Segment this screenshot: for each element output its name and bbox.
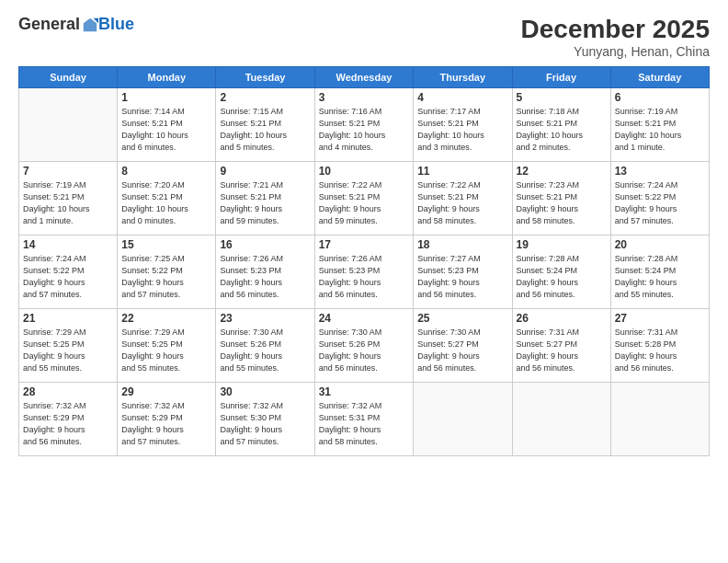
day-info: Sunrise: 7:32 AM Sunset: 5:29 PM Dayligh… [23, 400, 113, 448]
day-info: Sunrise: 7:19 AM Sunset: 5:21 PM Dayligh… [615, 106, 705, 154]
day-number: 26 [517, 312, 607, 325]
calendar-day-cell: 7Sunrise: 7:19 AM Sunset: 5:21 PM Daylig… [19, 162, 118, 236]
month-title: December 2025 [521, 15, 710, 44]
calendar-day-cell: 6Sunrise: 7:19 AM Sunset: 5:21 PM Daylig… [610, 88, 709, 162]
day-number: 31 [319, 385, 409, 398]
logo-blue-text: Blue [98, 15, 134, 34]
calendar-week-row: 14Sunrise: 7:24 AM Sunset: 5:22 PM Dayli… [19, 236, 710, 309]
calendar-week-row: 21Sunrise: 7:29 AM Sunset: 5:25 PM Dayli… [19, 309, 710, 383]
calendar-day-header: Saturday [610, 67, 709, 88]
day-info: Sunrise: 7:20 AM Sunset: 5:21 PM Dayligh… [121, 179, 211, 227]
calendar-day-cell: 20Sunrise: 7:28 AM Sunset: 5:24 PM Dayli… [610, 236, 709, 309]
day-info: Sunrise: 7:25 AM Sunset: 5:22 PM Dayligh… [121, 253, 211, 301]
location: Yunyang, Henan, China [521, 44, 710, 59]
day-number: 4 [417, 91, 507, 104]
calendar-day-cell: 3Sunrise: 7:16 AM Sunset: 5:21 PM Daylig… [314, 88, 413, 162]
day-number: 17 [319, 238, 409, 251]
logo: General Blue [18, 15, 134, 34]
title-area: December 2025 Yunyang, Henan, China [521, 15, 710, 59]
page: General Blue December 2025 Yunyang, Hena… [0, 0, 728, 563]
calendar-day-cell: 18Sunrise: 7:27 AM Sunset: 5:23 PM Dayli… [414, 236, 512, 309]
day-info: Sunrise: 7:24 AM Sunset: 5:22 PM Dayligh… [615, 179, 705, 227]
day-number: 1 [121, 91, 211, 104]
day-info: Sunrise: 7:19 AM Sunset: 5:21 PM Dayligh… [23, 179, 113, 227]
calendar-table: SundayMondayTuesdayWednesdayThursdayFrid… [18, 66, 710, 456]
calendar-day-cell: 1Sunrise: 7:14 AM Sunset: 5:21 PM Daylig… [118, 88, 216, 162]
day-info: Sunrise: 7:17 AM Sunset: 5:21 PM Dayligh… [417, 106, 507, 154]
calendar-week-row: 1Sunrise: 7:14 AM Sunset: 5:21 PM Daylig… [19, 88, 710, 162]
day-number: 8 [121, 165, 211, 178]
day-info: Sunrise: 7:32 AM Sunset: 5:30 PM Dayligh… [220, 400, 310, 448]
day-number: 3 [319, 91, 409, 104]
calendar-day-cell: 8Sunrise: 7:20 AM Sunset: 5:21 PM Daylig… [118, 162, 216, 236]
day-number: 18 [417, 238, 507, 251]
day-number: 27 [615, 312, 705, 325]
calendar-day-cell [512, 383, 610, 456]
calendar-day-cell: 31Sunrise: 7:32 AM Sunset: 5:31 PM Dayli… [314, 383, 413, 456]
day-info: Sunrise: 7:28 AM Sunset: 5:24 PM Dayligh… [517, 253, 607, 301]
calendar-day-cell: 15Sunrise: 7:25 AM Sunset: 5:22 PM Dayli… [118, 236, 216, 309]
calendar-day-cell: 10Sunrise: 7:22 AM Sunset: 5:21 PM Dayli… [314, 162, 413, 236]
day-info: Sunrise: 7:22 AM Sunset: 5:21 PM Dayligh… [319, 179, 409, 227]
calendar-day-cell: 27Sunrise: 7:31 AM Sunset: 5:28 PM Dayli… [610, 309, 709, 383]
calendar-day-cell: 11Sunrise: 7:22 AM Sunset: 5:21 PM Dayli… [414, 162, 512, 236]
day-number: 15 [121, 238, 211, 251]
calendar-day-cell: 30Sunrise: 7:32 AM Sunset: 5:30 PM Dayli… [216, 383, 314, 456]
calendar-day-header: Friday [512, 67, 610, 88]
day-info: Sunrise: 7:15 AM Sunset: 5:21 PM Dayligh… [220, 106, 310, 154]
day-info: Sunrise: 7:21 AM Sunset: 5:21 PM Dayligh… [220, 179, 310, 227]
calendar-day-cell: 25Sunrise: 7:30 AM Sunset: 5:27 PM Dayli… [414, 309, 512, 383]
calendar-day-cell: 24Sunrise: 7:30 AM Sunset: 5:26 PM Dayli… [314, 309, 413, 383]
day-info: Sunrise: 7:24 AM Sunset: 5:22 PM Dayligh… [23, 253, 113, 301]
calendar-day-cell: 13Sunrise: 7:24 AM Sunset: 5:22 PM Dayli… [610, 162, 709, 236]
day-info: Sunrise: 7:30 AM Sunset: 5:26 PM Dayligh… [319, 327, 409, 374]
calendar-header-row: SundayMondayTuesdayWednesdayThursdayFrid… [19, 67, 710, 88]
calendar-day-cell [414, 383, 512, 456]
day-info: Sunrise: 7:27 AM Sunset: 5:23 PM Dayligh… [417, 253, 507, 301]
day-number: 28 [23, 385, 113, 398]
calendar-day-cell: 4Sunrise: 7:17 AM Sunset: 5:21 PM Daylig… [414, 88, 512, 162]
calendar-day-cell: 23Sunrise: 7:30 AM Sunset: 5:26 PM Dayli… [216, 309, 314, 383]
day-info: Sunrise: 7:31 AM Sunset: 5:27 PM Dayligh… [517, 327, 607, 374]
day-info: Sunrise: 7:30 AM Sunset: 5:27 PM Dayligh… [417, 327, 507, 374]
calendar-day-cell: 29Sunrise: 7:32 AM Sunset: 5:29 PM Dayli… [118, 383, 216, 456]
day-number: 19 [517, 238, 607, 251]
calendar-day-cell: 12Sunrise: 7:23 AM Sunset: 5:21 PM Dayli… [512, 162, 610, 236]
calendar-day-cell: 21Sunrise: 7:29 AM Sunset: 5:25 PM Dayli… [19, 309, 118, 383]
day-info: Sunrise: 7:23 AM Sunset: 5:21 PM Dayligh… [517, 179, 607, 227]
day-number: 30 [220, 385, 310, 398]
day-info: Sunrise: 7:26 AM Sunset: 5:23 PM Dayligh… [220, 253, 310, 301]
day-number: 24 [319, 312, 409, 325]
day-info: Sunrise: 7:29 AM Sunset: 5:25 PM Dayligh… [121, 327, 211, 374]
day-number: 29 [121, 385, 211, 398]
day-info: Sunrise: 7:31 AM Sunset: 5:28 PM Dayligh… [615, 327, 705, 374]
day-number: 6 [615, 91, 705, 104]
day-number: 10 [319, 165, 409, 178]
calendar-day-header: Sunday [19, 67, 118, 88]
day-info: Sunrise: 7:28 AM Sunset: 5:24 PM Dayligh… [615, 253, 705, 301]
day-number: 12 [517, 165, 607, 178]
calendar-day-cell: 5Sunrise: 7:18 AM Sunset: 5:21 PM Daylig… [512, 88, 610, 162]
day-info: Sunrise: 7:16 AM Sunset: 5:21 PM Dayligh… [319, 106, 409, 154]
day-number: 11 [417, 165, 507, 178]
day-number: 2 [220, 91, 310, 104]
logo-icon [82, 17, 98, 33]
day-number: 16 [220, 238, 310, 251]
calendar-day-header: Wednesday [314, 67, 413, 88]
header: General Blue December 2025 Yunyang, Hena… [18, 15, 710, 59]
day-info: Sunrise: 7:32 AM Sunset: 5:31 PM Dayligh… [319, 400, 409, 448]
day-number: 9 [220, 165, 310, 178]
day-number: 5 [517, 91, 607, 104]
day-number: 23 [220, 312, 310, 325]
calendar-day-cell: 16Sunrise: 7:26 AM Sunset: 5:23 PM Dayli… [216, 236, 314, 309]
calendar-day-cell [19, 88, 118, 162]
calendar-day-cell: 9Sunrise: 7:21 AM Sunset: 5:21 PM Daylig… [216, 162, 314, 236]
calendar-day-cell: 17Sunrise: 7:26 AM Sunset: 5:23 PM Dayli… [314, 236, 413, 309]
calendar-week-row: 7Sunrise: 7:19 AM Sunset: 5:21 PM Daylig… [19, 162, 710, 236]
day-info: Sunrise: 7:18 AM Sunset: 5:21 PM Dayligh… [517, 106, 607, 154]
calendar-day-header: Monday [118, 67, 216, 88]
day-number: 21 [23, 312, 113, 325]
day-info: Sunrise: 7:29 AM Sunset: 5:25 PM Dayligh… [23, 327, 113, 374]
day-info: Sunrise: 7:32 AM Sunset: 5:29 PM Dayligh… [121, 400, 211, 448]
calendar-day-cell: 19Sunrise: 7:28 AM Sunset: 5:24 PM Dayli… [512, 236, 610, 309]
